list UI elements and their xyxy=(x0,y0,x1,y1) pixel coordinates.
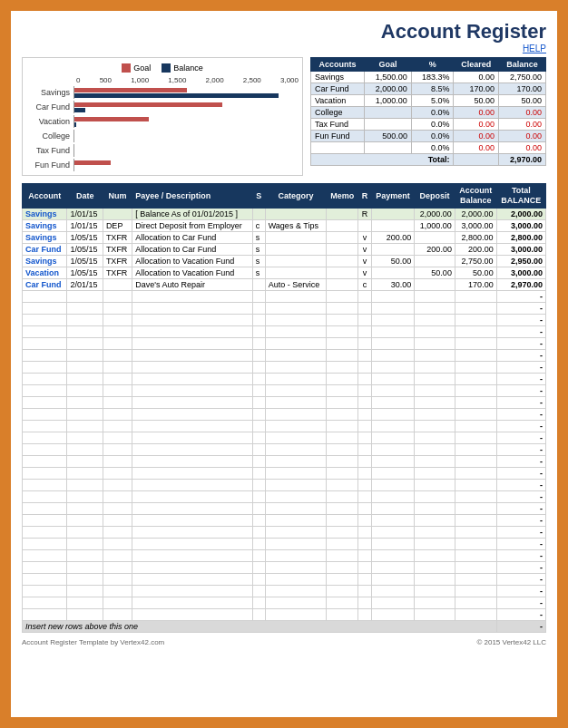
chart-bar-taxfund: Tax Fund xyxy=(26,144,299,157)
register-empty-row: - xyxy=(23,314,546,325)
register-empty-row: - xyxy=(23,373,546,384)
register-empty-row: - xyxy=(23,526,546,538)
col-account: Account xyxy=(23,184,67,209)
chart-bar-carfund: Car Fund xyxy=(26,101,299,113)
register-empty-row: - xyxy=(23,420,546,432)
summary-col-pct: % xyxy=(411,58,454,72)
legend-goal: Goal xyxy=(122,63,151,73)
balance-bar xyxy=(74,108,85,112)
insert-label: Insert new rows above this one xyxy=(23,620,497,632)
summary-row: College 0.0% 0.00 0.00 xyxy=(311,107,546,119)
register-empty-row: - xyxy=(23,561,546,573)
summary-total-row: Total: 2,970.00 xyxy=(311,154,546,166)
register-empty-row: - xyxy=(23,467,546,479)
col-payment: Payment xyxy=(371,184,414,209)
col-s: S xyxy=(252,184,265,209)
register-header-row: Account Date Num Payee / Description S C… xyxy=(23,184,546,209)
register-empty-row: - xyxy=(23,349,546,361)
register-table: Account Date Num Payee / Description S C… xyxy=(22,183,546,633)
col-total-balance: TotalBALANCE xyxy=(496,184,545,209)
footer-left: Account Register Template by Vertex42.co… xyxy=(22,638,164,646)
register-empty-row: - xyxy=(23,443,546,455)
register-empty-row: - xyxy=(23,573,546,585)
chart-area: Goal Balance 0 500 1,000 1,500 2,000 2,5… xyxy=(22,57,303,176)
register-empty-row: - xyxy=(23,538,546,549)
page: Account Register HELP Goal Balance 0 500… xyxy=(11,11,557,717)
footer-right: © 2015 Vertex42 LLC xyxy=(476,638,546,646)
summary-col-balance: Balance xyxy=(499,58,546,72)
legend-balance-box xyxy=(162,63,171,73)
chart-bar-savings: Savings xyxy=(26,86,299,99)
register-empty-row: - xyxy=(23,585,546,597)
summary-row: Savings 1,500.00 183.3% 0.00 2,750.00 xyxy=(311,72,546,83)
register-empty-row: - xyxy=(23,337,546,349)
summary-section: Accounts Goal % Cleared Balance Savings … xyxy=(310,57,546,176)
goal-bar xyxy=(74,117,149,121)
register-empty-row: - xyxy=(23,597,546,608)
register-empty-row: - xyxy=(23,490,546,502)
register-empty-row: - xyxy=(23,455,546,467)
legend-balance-label: Balance xyxy=(173,63,203,73)
col-category: Category xyxy=(265,184,327,209)
register-empty-row: - xyxy=(23,502,546,514)
register-empty-row: - xyxy=(23,396,546,408)
register-empty-row: - xyxy=(23,408,546,420)
register-row: Savings 1/05/15 TXFR Allocation to Vacat… xyxy=(23,255,546,267)
legend-goal-box xyxy=(122,63,131,73)
col-num: Num xyxy=(103,184,132,209)
register-row: Vacation 1/05/15 TXFR Allocation to Vaca… xyxy=(23,267,546,278)
col-deposit: Deposit xyxy=(415,184,455,209)
chart-axis: 0 500 1,000 1,500 2,000 2,500 3,000 xyxy=(26,76,299,84)
register-empty-row: - xyxy=(23,514,546,526)
total-value: 2,970.00 xyxy=(499,154,546,166)
header: Account Register HELP xyxy=(22,20,546,53)
chart-bar-funfund: Fun Fund xyxy=(26,159,299,171)
chart-bar-vacation: Vacation xyxy=(26,115,299,128)
summary-table: Accounts Goal % Cleared Balance Savings … xyxy=(310,57,546,166)
help-link[interactable]: HELP xyxy=(22,44,546,53)
register-empty-row: - xyxy=(23,325,546,337)
legend-goal-label: Goal xyxy=(133,63,151,73)
summary-col-goal: Goal xyxy=(364,58,411,72)
insert-row: Insert new rows above this one - xyxy=(23,620,546,632)
footer: Account Register Template by Vertex42.co… xyxy=(22,638,546,646)
register-empty-row: - xyxy=(23,479,546,490)
summary-row: Vacation 1,000.00 5.0% 50.00 50.00 xyxy=(311,95,546,107)
summary-col-account: Accounts xyxy=(311,58,365,72)
chart-legend: Goal Balance xyxy=(26,63,299,73)
register-empty-row: - xyxy=(23,549,546,561)
register-row: Car Fund 2/01/15 Dave's Auto Repair Auto… xyxy=(23,278,546,290)
col-acct-balance: AccountBalance xyxy=(455,184,496,209)
top-section: Goal Balance 0 500 1,000 1,500 2,000 2,5… xyxy=(22,57,546,176)
summary-row: Tax Fund 0.0% 0.00 0.00 xyxy=(311,119,546,131)
register-empty-row: - xyxy=(23,361,546,373)
col-payee: Payee / Description xyxy=(132,184,253,209)
goal-bar xyxy=(74,88,187,92)
register-row: Car Fund 1/05/15 TXFR Allocation to Car … xyxy=(23,243,546,255)
register-empty-row: - xyxy=(23,384,546,396)
register-empty-row: - xyxy=(23,290,546,302)
register-row: Savings 1/01/15 DEP Direct Deposit from … xyxy=(23,219,546,231)
register-row: Savings 1/05/15 TXFR Allocation to Car F… xyxy=(23,231,546,243)
summary-row: Fun Fund 500.00 0.0% 0.00 0.00 xyxy=(311,131,546,142)
col-memo: Memo xyxy=(327,184,358,209)
summary-row: 0.0% 0.00 0.00 xyxy=(311,142,546,154)
chart-bars: Savings Car Fund xyxy=(26,86,299,171)
register-empty-row: - xyxy=(23,432,546,443)
chart-bar-college: College xyxy=(26,130,299,142)
total-label: Total: xyxy=(311,154,454,166)
summary-row: Car Fund 2,000.00 8.5% 170.00 170.00 xyxy=(311,83,546,95)
page-title: Account Register xyxy=(22,20,546,44)
balance-bar xyxy=(74,93,279,98)
col-date: Date xyxy=(67,184,103,209)
goal-bar xyxy=(74,160,111,165)
register-empty-row: - xyxy=(23,608,546,620)
goal-bar xyxy=(74,102,222,107)
summary-col-cleared: Cleared xyxy=(454,58,499,72)
register-empty-row: - xyxy=(23,302,546,314)
col-r: R xyxy=(358,184,371,209)
register-row: Savings 1/01/15 [ Balance As of 01/01/20… xyxy=(23,208,546,219)
legend-balance: Balance xyxy=(162,63,203,73)
balance-bar xyxy=(74,122,76,127)
